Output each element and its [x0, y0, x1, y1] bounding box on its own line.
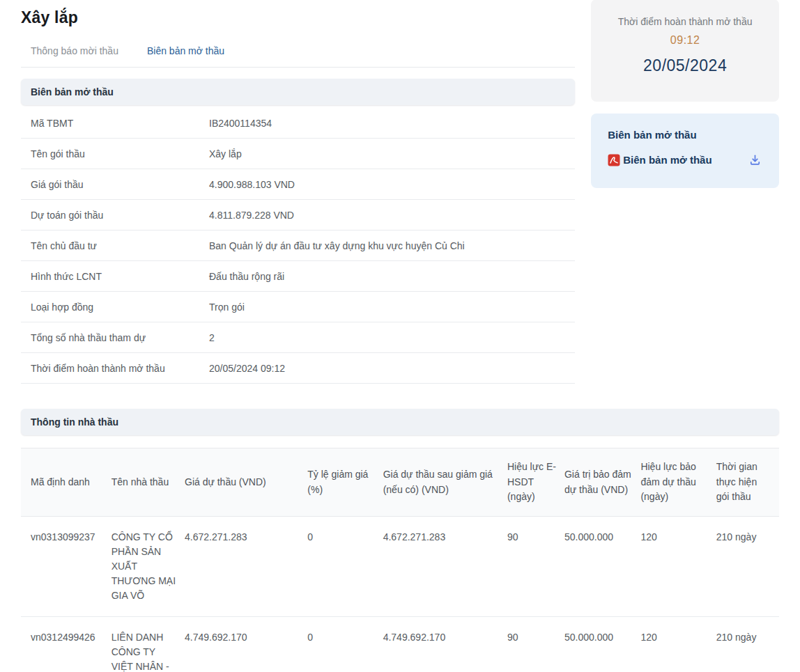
detail-row: Thời điểm hoàn thành mở thầu 20/05/2024 …: [21, 353, 575, 384]
sidebar: Thời điểm hoàn thành mở thầu 09:12 20/05…: [591, 0, 779, 188]
detail-row: Hình thức LCNT Đấu thầu rộng rãi: [21, 261, 575, 292]
detail-row: Tên chủ đầu tư Ban Quản lý dự án đầu tư …: [21, 230, 575, 261]
detail-label: Giá gói thầu: [31, 179, 209, 190]
cell-discount: 0: [307, 517, 383, 617]
bid-opening-time-card: Thời điểm hoàn thành mở thầu 09:12 20/05…: [591, 0, 779, 102]
cell-ehsdt-validity: 90: [507, 617, 564, 672]
time-card-label: Thời điểm hoàn thành mở thầu: [602, 16, 768, 27]
detail-row: Loại hợp đồng Trọn gói: [21, 292, 575, 322]
detail-value: IB2400114354: [209, 118, 575, 129]
bid-opening-details: Mã TBMT IB2400114354 Tên gói thầu Xây lắ…: [21, 108, 575, 384]
cell-guarantee-validity: 120: [640, 617, 716, 672]
col-header-guarantee-value: Giá trị bảo đảm dự thầu (VND): [564, 448, 640, 517]
doc-file-link[interactable]: Biên bản mở thầu: [623, 154, 711, 166]
cell-guarantee-value: 50.000.000: [564, 617, 640, 672]
table-row: vn0313099237 CÔNG TY CỔ PHẦN SẢN XUẤT TH…: [21, 517, 779, 617]
cell-bidder-name: CÔNG TY CỔ PHẦN SẢN XUẤT THƯƠNG MẠI GIA …: [111, 517, 185, 617]
cell-price-after: 4.672.271.283: [383, 517, 507, 617]
col-header-name: Tên nhà thầu: [111, 448, 185, 517]
col-header-price-after: Giá dự thầu sau giảm giá (nếu có) (VND): [383, 448, 507, 517]
detail-value: 4.900.988.103 VND: [209, 179, 575, 190]
cell-bid-price: 4.749.692.170: [185, 617, 307, 672]
detail-value: 4.811.879.228 VND: [209, 210, 575, 221]
cell-price-after: 4.749.692.170: [383, 617, 507, 672]
cell-bid-price: 4.672.271.283: [185, 517, 307, 617]
section-header-bid-opening: Biên bản mở thầu: [21, 79, 575, 105]
main-column: Thông báo mời thầu Biên bản mở thầu Biên…: [21, 27, 575, 384]
detail-label: Mã TBMT: [31, 118, 209, 129]
cell-ehsdt-validity: 90: [507, 517, 564, 617]
detail-label: Hình thức LCNT: [31, 271, 209, 282]
bid-detail-page: Xây lắp Thông báo mời thầu Biên bản mở t…: [0, 0, 800, 672]
cell-duration: 210 ngày: [716, 517, 779, 617]
col-header-discount: Tỷ lệ giảm giá (%): [307, 448, 383, 517]
detail-label: Thời điểm hoàn thành mở thầu: [31, 363, 209, 374]
detail-label: Tên chủ đầu tư: [31, 240, 209, 251]
detail-label: Loại hợp đồng: [31, 302, 209, 313]
cell-guarantee-validity: 120: [640, 517, 716, 617]
detail-row: Giá gói thầu 4.900.988.103 VND: [21, 169, 575, 200]
detail-label: Tên gói thầu: [31, 148, 209, 159]
detail-value: Xây lắp: [209, 148, 575, 159]
cell-guarantee-value: 50.000.000: [564, 517, 640, 617]
tab-bien-ban-mo-thau[interactable]: Biên bản mở thầu: [147, 45, 224, 56]
download-icon[interactable]: [748, 153, 762, 167]
detail-row: Mã TBMT IB2400114354: [21, 108, 575, 139]
detail-row: Tên gói thầu Xây lắp: [21, 139, 575, 169]
cell-bidder-id: vn0312499426: [21, 617, 111, 672]
doc-file-row: Biên bản mở thầu: [608, 153, 762, 167]
col-header-id: Mã định danh: [21, 448, 111, 517]
col-header-ehsdt-validity: Hiệu lực E-HSDT (ngày): [507, 448, 564, 517]
cell-duration: 210 ngày: [716, 617, 779, 672]
detail-label: Dự toán gói thầu: [31, 210, 209, 221]
bidders-table: Mã định danh Tên nhà thầu Giá dự thầu (V…: [21, 448, 779, 672]
detail-label: Tổng số nhà thầu tham dự: [31, 332, 209, 343]
detail-value: 2: [209, 332, 575, 343]
detail-row: Tổng số nhà thầu tham dự 2: [21, 322, 575, 353]
section-header-bidder-info: Thông tin nhà thầu: [21, 409, 779, 435]
col-header-duration: Thời gian thực hiện gói thầu: [716, 448, 779, 517]
detail-value: Đấu thầu rộng rãi: [209, 271, 575, 282]
detail-row: Dự toán gói thầu 4.811.879.228 VND: [21, 200, 575, 230]
tab-thong-bao-moi-thau[interactable]: Thông báo mời thầu: [31, 45, 118, 56]
cell-discount: 0: [307, 617, 383, 672]
bidders-table-header: Mã định danh Tên nhà thầu Giá dự thầu (V…: [21, 448, 779, 517]
bid-opening-document-card: Biên bản mở thầu Biên bản mở thầu: [591, 114, 779, 188]
col-header-guarantee-validity: Hiệu lực bảo đảm dự thầu (ngày): [640, 448, 716, 517]
table-row: vn0312499426 LIÊN DANH CÔNG TY VIỆT NHÂN…: [21, 617, 779, 672]
doc-card-title: Biên bản mở thầu: [608, 129, 762, 141]
content-row: Thông báo mời thầu Biên bản mở thầu Biên…: [21, 27, 779, 384]
time-card-hour: 09:12: [602, 34, 768, 47]
cell-bidder-id: vn0313099237: [21, 517, 111, 617]
tab-bar: Thông báo mời thầu Biên bản mở thầu: [21, 45, 575, 68]
col-header-bid-price: Giá dự thầu (VND): [185, 448, 307, 517]
cell-bidder-name: LIÊN DANH CÔNG TY VIỆT NHÂN - LIÊN TỈNH: [111, 617, 185, 672]
detail-value: Ban Quản lý dự án đầu tư xây dựng khu vự…: [209, 240, 575, 251]
time-card-date: 20/05/2024: [602, 56, 768, 75]
detail-value: Trọn gói: [209, 302, 575, 313]
pdf-file-icon: [608, 154, 620, 166]
detail-value: 20/05/2024 09:12: [209, 363, 575, 374]
